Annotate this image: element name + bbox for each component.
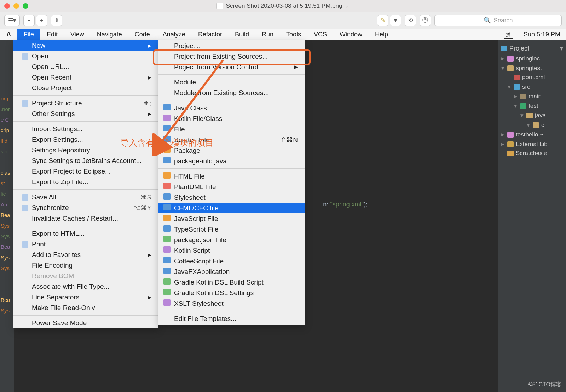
mac-titlebar: Screen Shot 2020-03-08 at 5.19.51 PM.png…	[0, 0, 566, 12]
project-tool-window: Project ▾ ▸springioc▾springtestpom.xml▾s…	[498, 40, 566, 392]
new-submenu-item[interactable]: Project from Version Control...▶	[158, 62, 305, 72]
file-menu-item[interactable]: Synchronize⌥⌘Y	[13, 203, 158, 213]
new-submenu-item[interactable]: Java Class	[158, 103, 305, 113]
chevron-down-icon[interactable]: ▾	[560, 45, 563, 52]
menubar-item-window[interactable]: Window	[333, 29, 369, 40]
file-menu-item[interactable]: Import Settings...	[13, 124, 158, 134]
search-placeholder: Search	[494, 17, 513, 24]
new-submenu-item[interactable]: Module...	[158, 77, 305, 87]
window-filename: Screen Shot 2020-03-08 at 5.19.51 PM.png	[226, 2, 342, 10]
menubar-item-refactor[interactable]: Refactor	[192, 29, 229, 40]
rotate-button[interactable]: ⟲	[405, 15, 416, 26]
project-tree-item[interactable]: ▸springioc	[498, 54, 566, 63]
file-menu-item[interactable]: Add to Favorites▶	[13, 250, 158, 260]
file-menu-item[interactable]: Project Structure...⌘;	[13, 98, 158, 109]
highlight-menu-button[interactable]: ▾	[390, 15, 401, 26]
menubar-item-code[interactable]: Code	[128, 29, 156, 40]
new-submenu-item[interactable]: Project...	[158, 40, 305, 51]
project-tree-item[interactable]: ▸External Lib	[498, 139, 566, 149]
search-icon: 🔍	[484, 17, 491, 24]
project-tree-item[interactable]: ▾java	[498, 111, 566, 120]
search-field[interactable]: 🔍 Search	[434, 15, 562, 26]
menubar-item-navigate[interactable]: Navigate	[91, 29, 128, 40]
project-tree-item[interactable]: ▸testhello ~	[498, 130, 566, 139]
project-tree-item[interactable]: ▾springtest	[498, 63, 566, 73]
file-menu-item[interactable]: Line Separators▶	[13, 292, 158, 303]
file-menu-item[interactable]: Export to HTML...	[13, 228, 158, 239]
new-submenu-item[interactable]: Edit File Templates...	[158, 313, 305, 324]
annotation-text: 导入含有整个模块的项目	[120, 137, 214, 148]
new-submenu-item[interactable]: Gradle Kotlin DSL Build Script	[158, 277, 305, 287]
sidebar-toggle-button[interactable]: ☰▾	[4, 15, 20, 26]
file-menu-item[interactable]: File Encoding	[13, 260, 158, 271]
menubar-item-vcs[interactable]: VCS	[307, 29, 333, 40]
zoom-out-button[interactable]: −	[23, 15, 35, 26]
file-menu-item[interactable]: Save All⌘S	[13, 192, 158, 203]
new-submenu-item[interactable]: JavaFXApplication	[158, 266, 305, 277]
menubar-item-build[interactable]: Build	[229, 29, 255, 40]
menubar-item-help[interactable]: Help	[369, 29, 394, 40]
project-tree-item[interactable]: ▾c	[498, 120, 566, 130]
new-submenu-item[interactable]: CFML/CFC file	[158, 203, 305, 213]
markup-button[interactable]: ⓐ	[420, 15, 431, 26]
menubar-stub: A	[0, 29, 17, 40]
new-submenu-item[interactable]: Kotlin File/Class	[158, 113, 305, 124]
new-submenu-item[interactable]: CoffeeScript File	[158, 256, 305, 266]
new-submenu-item[interactable]: package-info.java	[158, 156, 305, 166]
new-submenu-item[interactable]: package.json File	[158, 234, 305, 245]
project-tree-item[interactable]: pom.xml	[498, 73, 566, 82]
file-menu-item[interactable]: Print...	[13, 239, 158, 250]
chevron-down-icon[interactable]: ⌄	[345, 3, 349, 9]
new-submenu-item[interactable]: XSLT Stylesheet	[158, 298, 305, 309]
file-menu-item[interactable]: Open URL...	[13, 62, 158, 72]
new-submenu-item[interactable]: Kotlin Script	[158, 245, 305, 256]
new-submenu-item[interactable]: Project from Existing Sources...	[158, 51, 305, 62]
project-tree-item[interactable]: Scratches a	[498, 149, 566, 158]
file-menu-item[interactable]: Close Project	[13, 83, 158, 93]
window-controls	[4, 3, 28, 9]
new-submenu-item[interactable]: HTML File	[158, 171, 305, 181]
file-menu-item[interactable]: Export to Zip File...	[13, 177, 158, 187]
project-icon	[501, 46, 507, 51]
new-submenu-item[interactable]: JavaScript File	[158, 213, 305, 224]
file-menu-item[interactable]: Sync Settings to JetBrains Account...	[13, 156, 158, 166]
project-tree-item[interactable]: ▾src	[498, 82, 566, 92]
file-menu-item[interactable]: New▶	[13, 40, 158, 51]
highlight-button[interactable]: ✎	[377, 15, 388, 26]
menubar-item-view[interactable]: View	[64, 29, 91, 40]
new-submenu-item[interactable]: Module from Existing Sources...	[158, 87, 305, 98]
zoom-window-button[interactable]	[23, 3, 28, 9]
minimize-window-button[interactable]	[13, 3, 19, 9]
new-submenu-item[interactable]: File	[158, 124, 305, 134]
share-button[interactable]: ⇪	[51, 15, 62, 26]
file-menu-item[interactable]: Open...	[13, 51, 158, 62]
new-submenu-item[interactable]: Gradle Kotlin DSL Settings	[158, 287, 305, 298]
file-icon	[217, 3, 223, 9]
file-menu-item[interactable]: Invalidate Caches / Restart...	[13, 213, 158, 224]
code-snippet: n: "spring.xml");	[308, 193, 368, 216]
menubar-item-analyze[interactable]: Analyze	[156, 29, 192, 40]
new-submenu-item[interactable]: PlantUML File	[158, 181, 305, 192]
file-menu-item[interactable]: Export Project to Eclipse...	[13, 166, 158, 177]
new-submenu-item[interactable]: TypeScript File	[158, 224, 305, 234]
file-menu: New▶Open...Open URL...Open Recent▶Close …	[13, 40, 158, 328]
file-menu-item[interactable]: Other Settings▶	[13, 109, 158, 119]
window-title: Screen Shot 2020-03-08 at 5.19.51 PM.png…	[217, 2, 350, 10]
menubar-clock: Sun 5:19 PM	[518, 31, 566, 38]
ime-indicator[interactable]: 拼	[504, 31, 513, 39]
project-tree-item[interactable]: ▾test	[498, 101, 566, 111]
menubar-item-run[interactable]: Run	[255, 29, 280, 40]
close-window-button[interactable]	[4, 3, 10, 9]
zoom-in-button[interactable]: +	[36, 15, 47, 26]
file-menu-item[interactable]: Associate with File Type...	[13, 281, 158, 292]
menubar-item-file[interactable]: File	[17, 29, 40, 40]
project-header[interactable]: Project ▾	[498, 43, 566, 54]
menubar-item-edit[interactable]: Edit	[40, 29, 64, 40]
new-submenu-item[interactable]: Stylesheet	[158, 192, 305, 203]
file-menu-item[interactable]: Power Save Mode	[13, 318, 158, 328]
preview-toolbar: ☰▾ − + ⇪ ✎ ▾ ⟲ ⓐ 🔍 Search	[0, 12, 566, 29]
project-tree-item[interactable]: ▸main	[498, 92, 566, 101]
menubar-item-tools[interactable]: Tools	[280, 29, 307, 40]
file-menu-item[interactable]: Open Recent▶	[13, 72, 158, 83]
file-menu-item[interactable]: Make File Read-Only	[13, 303, 158, 313]
